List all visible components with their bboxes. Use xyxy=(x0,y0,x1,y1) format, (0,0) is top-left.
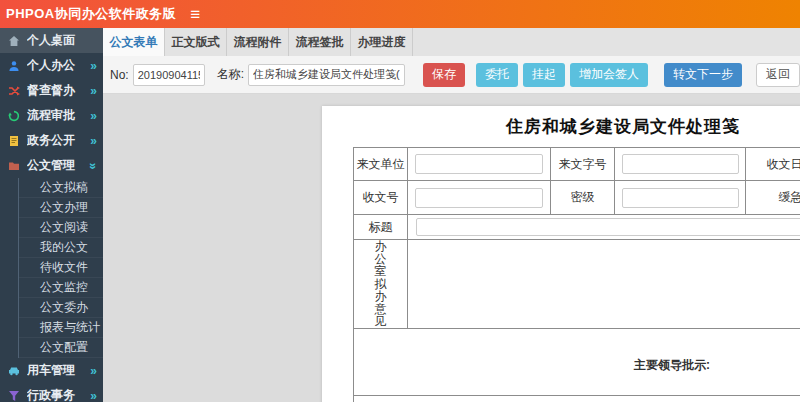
doc-title-input[interactable] xyxy=(416,218,800,236)
submenu-item-label: 公文委办 xyxy=(40,299,88,316)
incoming-unit-input[interactable] xyxy=(415,154,543,174)
submenu-item-label: 我的公文 xyxy=(40,239,88,256)
chevron-right-icon: » xyxy=(90,84,97,98)
table-row: 主要领导批示: xyxy=(354,328,800,395)
table-row: 标题 xyxy=(354,215,800,240)
branch-leader-remarks-cell[interactable]: 分管领导批示: xyxy=(354,395,800,402)
home-icon xyxy=(8,34,22,47)
form-toolbar: No: 名称: 保存 委托 挂起 增加会签人 转文下一步 返回 xyxy=(103,56,800,94)
folder-icon xyxy=(8,159,22,172)
document-form-table: 来文单位 来文字号 收文日期 收文号 密级 缓急 xyxy=(353,147,800,402)
document-paper: 住房和城乡建设局文件处理笺 来文单位 来文字号 收文日期 xyxy=(322,106,800,402)
back-button[interactable]: 返回 xyxy=(756,63,800,87)
sidebar-item-workflow-approval[interactable]: 流程审批 » xyxy=(0,103,103,128)
submenu-item-doc-process[interactable]: 公文办理 xyxy=(19,198,103,218)
doc-title-label: 标题 xyxy=(354,215,408,240)
main-area: 公文表单 正文版式 流程附件 流程签批 办理进度 No: 名称: 保存 委托 挂… xyxy=(103,28,800,402)
save-button[interactable]: 保存 xyxy=(423,63,465,87)
secrecy-level-input[interactable] xyxy=(622,188,739,208)
sidebar-item-label: 政务公开 xyxy=(27,132,90,149)
sidebar-item-label: 个人办公 xyxy=(27,57,90,74)
submenu-item-label: 待收文件 xyxy=(40,259,88,276)
submenu-item-label: 报表与统计 xyxy=(40,319,100,336)
tab-label: 流程签批 xyxy=(296,34,344,51)
main-leader-remarks-cell[interactable]: 主要领导批示: xyxy=(354,328,800,395)
tab-progress[interactable]: 办理进度 xyxy=(351,28,413,56)
table-row: 来文单位 来文字号 收文日期 xyxy=(354,148,800,181)
chevron-right-icon: » xyxy=(90,59,97,73)
sidebar: 个人桌面 个人办公 » 督查督办 » 流程审批 » 政务公开 » xyxy=(0,28,103,402)
tab-doc-form[interactable]: 公文表单 xyxy=(103,28,165,56)
cycle-icon xyxy=(8,109,22,122)
content-area: 住房和城乡建设局文件处理笺 来文单位 来文字号 收文日期 xyxy=(103,94,800,402)
submenu-item-label: 公文拟稿 xyxy=(40,179,88,196)
no-input[interactable] xyxy=(133,64,205,86)
table-row: 分管领导批示: xyxy=(354,395,800,402)
submenu-item-doc-draft[interactable]: 公文拟稿 xyxy=(19,178,103,198)
sidebar-item-vehicle-management[interactable]: 用车管理 » xyxy=(0,358,103,383)
tab-label: 流程附件 xyxy=(234,34,282,51)
incoming-ref-no-input[interactable] xyxy=(622,154,739,174)
chevron-right-icon: » xyxy=(90,389,97,402)
receive-date-label: 收文日期 xyxy=(746,148,800,181)
submenu-item-label: 公文办理 xyxy=(40,199,88,216)
chevron-right-icon: » xyxy=(90,364,97,378)
tab-bar: 公文表单 正文版式 流程附件 流程签批 办理进度 xyxy=(103,28,800,56)
forward-next-step-button[interactable]: 转文下一步 xyxy=(664,63,742,87)
sidebar-item-gov-disclosure[interactable]: 政务公开 » xyxy=(0,128,103,153)
incoming-unit-label: 来文单位 xyxy=(354,148,408,181)
sidebar-item-label: 督查督办 xyxy=(27,82,90,99)
submenu-item-label: 公文阅读 xyxy=(40,219,88,236)
tab-body-layout[interactable]: 正文版式 xyxy=(165,28,227,56)
submenu-item-reports-stats[interactable]: 报表与统计 xyxy=(19,318,103,338)
submenu-item-doc-delegate[interactable]: 公文委办 xyxy=(19,298,103,318)
sidebar-item-admin-affairs[interactable]: 行政事务 » xyxy=(0,383,103,402)
sidebar-item-supervision[interactable]: 督查督办 » xyxy=(0,78,103,103)
sidebar-item-personal-office[interactable]: 个人办公 » xyxy=(0,53,103,78)
submenu-item-label: 公文监控 xyxy=(40,279,88,296)
document-title: 住房和城乡建设局文件处理笺 xyxy=(353,114,800,140)
sidebar-item-label: 个人桌面 xyxy=(27,32,97,49)
receive-no-input[interactable] xyxy=(415,188,543,208)
chevron-down-icon: » xyxy=(87,162,101,169)
tab-label: 正文版式 xyxy=(172,34,220,51)
submenu-item-doc-monitor[interactable]: 公文监控 xyxy=(19,278,103,298)
app-window: PHPOA协同办公软件政务版 ≡ 个人桌面 个人办公 » 督查督办 » 流程审批 xyxy=(0,0,800,402)
official-doc-submenu: 公文拟稿 公文办理 公文阅读 我的公文 待收文件 公文监控 公文委办 报表与统计… xyxy=(18,178,103,358)
submenu-item-label: 公文配置 xyxy=(40,339,88,356)
name-input[interactable] xyxy=(248,64,405,86)
sidebar-item-official-doc-management[interactable]: 公文管理 » xyxy=(0,153,103,178)
tab-flow-attachments[interactable]: 流程附件 xyxy=(227,28,289,56)
chevron-right-icon: » xyxy=(90,134,97,148)
sidebar-item-personal-desktop[interactable]: 个人桌面 xyxy=(0,28,103,53)
hamburger-menu-icon[interactable]: ≡ xyxy=(190,6,200,23)
suspend-button[interactable]: 挂起 xyxy=(523,63,565,87)
urgency-label: 缓急 xyxy=(746,181,800,215)
sidebar-item-label: 行政事务 xyxy=(27,387,90,402)
chevron-right-icon: » xyxy=(90,109,97,123)
submenu-item-pending-files[interactable]: 待收文件 xyxy=(19,258,103,278)
submenu-item-my-docs[interactable]: 我的公文 xyxy=(19,238,103,258)
no-label: No: xyxy=(110,68,129,82)
table-row: 办公室拟办意见 xyxy=(354,240,800,329)
car-icon xyxy=(8,364,22,377)
tab-label: 公文表单 xyxy=(110,34,158,51)
funnel-icon xyxy=(8,389,22,402)
secrecy-level-label: 密级 xyxy=(551,181,615,215)
tab-flow-signoff[interactable]: 流程签批 xyxy=(289,28,351,56)
delegate-button[interactable]: 委托 xyxy=(476,63,518,87)
office-opinion-cell[interactable] xyxy=(408,240,800,329)
user-icon xyxy=(8,59,22,72)
sidebar-item-label: 流程审批 xyxy=(27,107,90,124)
sidebar-item-label: 用车管理 xyxy=(27,362,90,379)
submenu-item-doc-config[interactable]: 公文配置 xyxy=(19,338,103,358)
name-label: 名称: xyxy=(217,66,244,83)
top-bar: PHPOA协同办公软件政务版 ≡ xyxy=(0,0,800,28)
add-countersigner-button[interactable]: 增加会签人 xyxy=(570,63,648,87)
table-row: 收文号 密级 缓急 xyxy=(354,181,800,215)
office-opinion-label: 办公室拟办意见 xyxy=(354,240,408,329)
tab-label: 办理进度 xyxy=(358,34,406,51)
submenu-item-doc-read[interactable]: 公文阅读 xyxy=(19,218,103,238)
app-title: PHPOA协同办公软件政务版 xyxy=(6,5,176,23)
receive-no-label: 收文号 xyxy=(354,181,408,215)
